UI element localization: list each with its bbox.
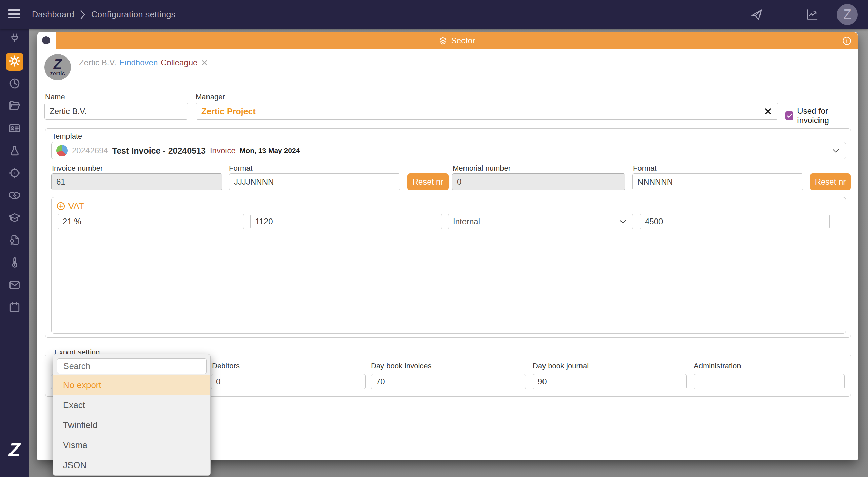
template-value: 20242694 Test Invoice - 20240513 Invoice… [52, 145, 846, 156]
thermometer-icon [8, 256, 21, 270]
company-logo: Z zertic [44, 54, 71, 80]
vat-title: VAT [68, 201, 84, 211]
dropdown-option-twinfield[interactable]: Twinfield [53, 415, 210, 435]
sidebar-item-partners[interactable] [6, 187, 23, 205]
text-cursor [62, 361, 62, 371]
sidebar-item-lab[interactable] [6, 142, 23, 160]
memorial-number-label: Memorial number [453, 164, 511, 173]
vat-account-input[interactable] [640, 214, 830, 229]
invoice-number-label: Invoice number [52, 164, 103, 173]
sidebar-item-temperature[interactable] [6, 254, 23, 272]
menu-icon[interactable] [8, 9, 20, 20]
sidebar-item-training[interactable] [6, 210, 23, 227]
vat-rate-input[interactable] [58, 214, 244, 229]
template-type: Invoice [210, 146, 236, 155]
company-remove-icon[interactable] [201, 59, 208, 66]
calendar-icon [8, 301, 21, 315]
manager-value: Zertic Project [196, 107, 256, 116]
app-root: Dashboard Configuration settings Z [0, 0, 868, 477]
sidebar-item-projects[interactable] [6, 98, 23, 115]
dropdown-search-input[interactable] [57, 358, 207, 374]
used-for-invoicing-label: Used for invoicing [797, 106, 858, 125]
dropdown-option-exact[interactable]: Exact [53, 395, 210, 415]
company-location-link[interactable]: Eindhoven [119, 58, 158, 68]
company-logo-text: zertic [50, 71, 65, 77]
reset-invoice-number-button[interactable]: Reset nr [407, 173, 449, 190]
administration-label: Administration [694, 362, 741, 370]
crosshair-icon [8, 167, 21, 180]
vat-box: VAT Internal [51, 197, 846, 334]
export-dropdown: No export Exact Twinfield Visma JSON [53, 354, 211, 476]
status-dot [42, 36, 50, 44]
plug-icon [8, 33, 21, 46]
administration-input[interactable] [694, 374, 845, 389]
sidebar-item-mail[interactable] [6, 277, 23, 294]
company-relation-link[interactable]: Colleague [161, 58, 197, 68]
vat-ledger-input[interactable] [250, 214, 442, 229]
zertic-logo[interactable]: Z [0, 439, 29, 461]
certificate-icon [8, 234, 21, 248]
plus-circle-icon [56, 202, 65, 211]
vat-type-select[interactable]: Internal [448, 214, 633, 229]
dropdown-option-no-export[interactable]: No export [53, 375, 210, 395]
template-id: 20242694 [72, 146, 108, 155]
sidebar-item-plug[interactable] [6, 31, 23, 48]
used-for-invoicing-toggle[interactable]: Used for invoicing [785, 106, 858, 125]
user-avatar[interactable]: Z [837, 4, 858, 25]
template-label: Template [52, 132, 82, 141]
reset-memorial-number-button[interactable]: Reset nr [810, 173, 851, 190]
flask-icon [8, 145, 21, 158]
pie-chart-icon [56, 145, 68, 156]
chevron-right-icon [80, 9, 86, 20]
add-vat-button[interactable]: VAT [56, 201, 84, 211]
sidebar: Z [0, 29, 29, 477]
sidebar-item-clock[interactable] [6, 75, 23, 93]
template-select[interactable]: 20242694 Test Invoice - 20240513 Invoice… [51, 142, 846, 159]
used-for-invoicing-checkbox[interactable] [785, 111, 793, 120]
breadcrumb-dashboard[interactable]: Dashboard [32, 9, 74, 19]
company-name: Zertic B.V. [79, 58, 116, 68]
name-input[interactable] [44, 103, 188, 120]
info-icon[interactable] [842, 36, 852, 46]
sidebar-item-contacts[interactable] [6, 120, 23, 138]
manager-select[interactable]: Zertic Project [196, 103, 778, 120]
memorial-number-input [452, 173, 625, 190]
day-book-journal-label: Day book journal [533, 362, 589, 370]
template-date: Mon, 13 May 2024 [240, 147, 300, 155]
dropdown-option-visma[interactable]: Visma [53, 435, 210, 455]
mail-icon [8, 279, 21, 292]
sidebar-item-calendar[interactable] [6, 299, 23, 317]
chevron-down-icon [831, 146, 840, 155]
invoice-format-label: Format [229, 164, 253, 173]
sidebar-item-target[interactable] [6, 165, 23, 183]
breadcrumb-current: Configuration settings [91, 9, 175, 19]
folder-open-icon [8, 100, 21, 113]
sidebar-item-certificates[interactable] [6, 232, 23, 250]
topbar: Dashboard Configuration settings Z [0, 0, 868, 29]
memorial-format-input[interactable] [632, 173, 803, 190]
invoice-format-input[interactable] [229, 173, 400, 190]
handshake-icon [8, 189, 21, 203]
company-line: Zertic B.V. Eindhoven Colleague [79, 58, 208, 68]
chart-icon[interactable] [806, 8, 819, 21]
vat-type-value: Internal [448, 217, 480, 226]
company-logo-z: Z [54, 58, 62, 71]
dropdown-option-json[interactable]: JSON [53, 455, 210, 475]
send-icon[interactable] [749, 8, 763, 21]
memorial-format-label: Format [633, 164, 657, 173]
template-name: Test Invoice - 20240513 [112, 146, 206, 156]
panel-title: Sector [451, 36, 475, 45]
avatar-initial: Z [843, 7, 851, 22]
id-card-icon [8, 122, 21, 136]
sector-panel: Sector Z zertic Zertic B.V. Eindhoven Co… [37, 32, 858, 460]
panel-header: Sector [56, 32, 858, 49]
debitors-label: Debitors [212, 362, 240, 370]
sidebar-item-settings[interactable] [6, 53, 23, 71]
day-book-invoices-input[interactable] [371, 374, 526, 389]
day-book-journal-input[interactable] [533, 374, 687, 389]
graduation-cap-icon [8, 211, 21, 226]
breadcrumb: Dashboard Configuration settings [32, 9, 175, 20]
debitors-input[interactable] [211, 374, 366, 389]
day-book-invoices-label: Day book invoices [371, 362, 432, 370]
manager-clear-icon[interactable] [764, 107, 772, 115]
